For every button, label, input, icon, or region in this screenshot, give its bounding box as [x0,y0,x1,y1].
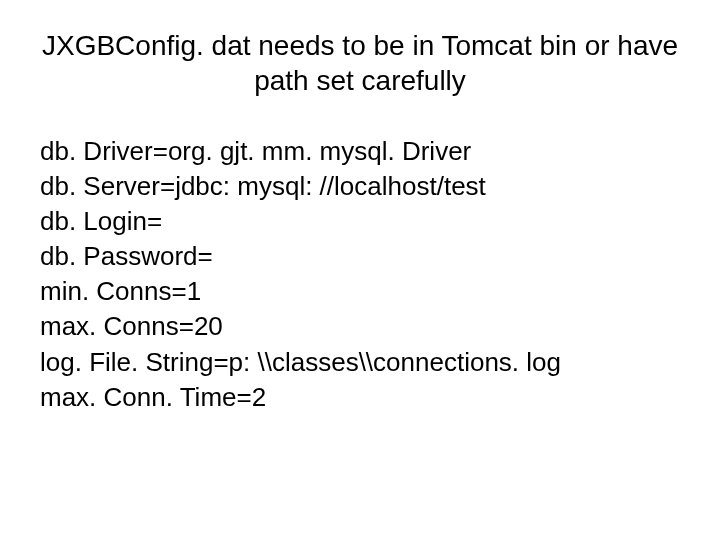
config-line: max. Conn. Time=2 [40,380,680,415]
config-line: db. Login= [40,204,680,239]
slide-title: JXGBConfig. dat needs to be in Tomcat bi… [40,28,680,98]
slide: JXGBConfig. dat needs to be in Tomcat bi… [0,0,720,540]
config-line: max. Conns=20 [40,309,680,344]
config-line: min. Conns=1 [40,274,680,309]
config-line: log. File. String=p: \\classes\\connecti… [40,345,680,380]
config-line: db. Password= [40,239,680,274]
config-line: db. Driver=org. gjt. mm. mysql. Driver [40,134,680,169]
config-line: db. Server=jdbc: mysql: //localhost/test [40,169,680,204]
config-block: db. Driver=org. gjt. mm. mysql. Driverdb… [40,134,680,415]
